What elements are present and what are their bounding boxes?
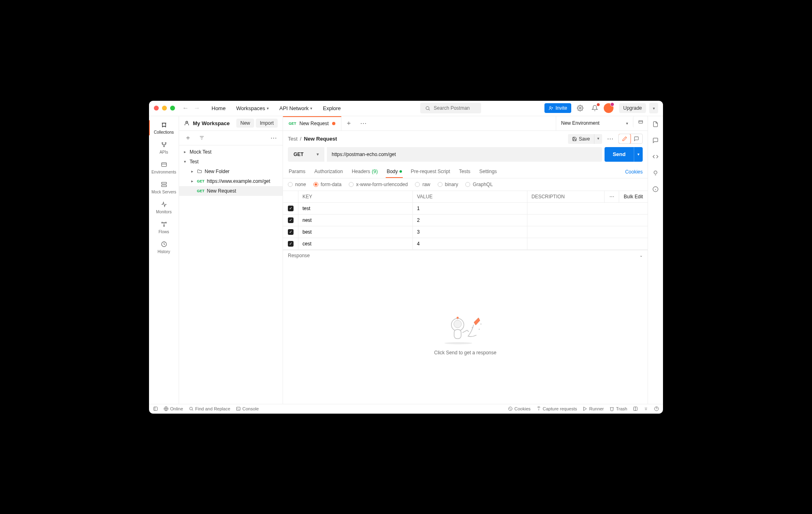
request-tab[interactable]: GET New Request <box>283 116 341 130</box>
row-checkbox[interactable]: ✓ <box>288 206 294 211</box>
layout-button[interactable] <box>153 406 158 411</box>
workspace-title[interactable]: My Workspace <box>184 120 230 126</box>
save-menu-button[interactable]: ▾ <box>594 134 602 144</box>
maximize-window-button[interactable] <box>170 106 175 111</box>
new-button[interactable]: New <box>236 119 254 128</box>
save-button[interactable]: Save <box>568 134 594 144</box>
row-key-input[interactable]: test <box>298 203 413 214</box>
rail-environments[interactable]: Environments <box>149 158 179 178</box>
rail-flows[interactable]: Flows <box>149 217 179 237</box>
send-button[interactable]: Send <box>605 147 634 162</box>
body-type-raw[interactable]: raw <box>415 182 430 187</box>
bulk-edit-button[interactable]: Bulk Edit <box>619 191 648 202</box>
row-description-input[interactable] <box>527 215 648 226</box>
nav-workspaces[interactable]: Workspaces▾ <box>233 104 272 113</box>
online-status[interactable]: Online <box>164 406 183 411</box>
info-button[interactable] <box>651 168 661 178</box>
tree-item[interactable]: GETNew Request <box>179 186 283 196</box>
settings-button[interactable] <box>574 102 586 114</box>
row-description-input[interactable] <box>527 226 648 238</box>
file-icon <box>652 121 659 127</box>
tab-more-button[interactable]: ⋯ <box>356 116 371 130</box>
row-checkbox[interactable]: ✓ <box>288 241 294 247</box>
send-menu-button[interactable]: ▾ <box>634 147 643 162</box>
rail-history[interactable]: History <box>149 237 179 257</box>
body-type-binary[interactable]: binary <box>438 182 458 187</box>
upgrade-button[interactable]: Upgrade <box>619 103 646 113</box>
console-button[interactable]: Console <box>236 406 259 411</box>
request-tab-authorization[interactable]: Authorization <box>313 166 343 178</box>
notifications-button[interactable] <box>589 102 600 114</box>
nav-home[interactable]: Home <box>208 104 229 113</box>
new-collection-button[interactable]: ＋ <box>182 132 194 143</box>
row-value-input[interactable]: 3 <box>413 226 527 238</box>
environment-selector[interactable]: New Environment ▾ <box>556 116 633 130</box>
rail-mock-servers[interactable]: Mock Servers <box>149 178 179 197</box>
url-input[interactable] <box>327 147 602 162</box>
tree-item[interactable]: ▸New Folder <box>179 167 283 176</box>
tree-item[interactable]: ▾Test <box>179 157 283 167</box>
forward-button[interactable]: → <box>194 104 200 112</box>
tree-item[interactable]: ▸Mock Test <box>179 147 283 157</box>
breadcrumb-parent[interactable]: Test <box>288 136 298 142</box>
body-type-GraphQL[interactable]: GraphQL <box>465 182 492 187</box>
row-value-input[interactable]: 1 <box>413 203 527 214</box>
documentation-button[interactable] <box>651 119 661 129</box>
status-cookies-button[interactable]: Cookies <box>508 406 531 411</box>
user-avatar[interactable] <box>604 103 613 113</box>
row-key-input[interactable]: nest <box>298 215 413 226</box>
back-button[interactable]: ← <box>182 104 189 112</box>
row-key-input[interactable]: cest <box>298 238 413 249</box>
help-button[interactable] <box>654 406 659 411</box>
import-button[interactable]: Import <box>256 119 278 128</box>
request-tab-headers[interactable]: Headers (9) <box>351 166 378 178</box>
row-key-input[interactable]: best <box>298 226 413 238</box>
code-button[interactable] <box>651 152 661 162</box>
tree-more-button[interactable]: ⋯ <box>268 132 279 143</box>
close-window-button[interactable] <box>154 106 159 111</box>
edit-mode-button[interactable] <box>618 134 631 144</box>
row-description-input[interactable] <box>527 203 648 214</box>
terminal-icon <box>236 406 241 411</box>
row-description-input[interactable] <box>527 238 648 249</box>
global-search[interactable]: Search Postman <box>420 103 481 113</box>
find-replace-button[interactable]: Find and Replace <box>189 406 230 411</box>
invite-button[interactable]: Invite <box>544 103 571 113</box>
trash-button[interactable]: Trash <box>609 406 627 411</box>
nav-api-network[interactable]: API Network▾ <box>276 104 315 113</box>
body-type-form-data[interactable]: form-data <box>313 182 341 187</box>
row-checkbox[interactable]: ✓ <box>288 217 294 223</box>
comment-mode-button[interactable] <box>631 134 642 143</box>
env-quicklook-button[interactable] <box>633 116 648 128</box>
related-button[interactable] <box>651 184 661 194</box>
runner-button[interactable]: Runner <box>583 406 604 411</box>
cookies-link[interactable]: Cookies <box>625 166 643 178</box>
row-value-input[interactable]: 2 <box>413 215 527 226</box>
request-tab-settings[interactable]: Settings <box>479 166 498 178</box>
method-selector[interactable]: GET ▾ <box>288 147 324 162</box>
nav-explore[interactable]: Explore <box>320 104 344 113</box>
capture-button[interactable]: Capture requests <box>536 406 577 411</box>
body-type-x-www-form-urlencoded[interactable]: x-www-form-urlencoded <box>349 182 408 187</box>
two-pane-button[interactable] <box>633 406 638 411</box>
request-tab-pre-request-script[interactable]: Pre-request Script <box>410 166 451 178</box>
rail-apis[interactable]: APIs <box>149 138 179 158</box>
new-tab-button[interactable]: ＋ <box>341 116 356 130</box>
chevron-down-icon[interactable]: ⌄ <box>639 253 643 258</box>
tree-item[interactable]: ▸GEThttps://www.example.com/get <box>179 176 283 186</box>
request-tab-params[interactable]: Params <box>288 166 306 178</box>
upgrade-menu[interactable]: ▾ <box>649 103 658 113</box>
expand-button[interactable] <box>644 406 648 411</box>
row-checkbox[interactable]: ✓ <box>288 229 294 235</box>
row-value-input[interactable]: 4 <box>413 238 527 249</box>
request-tab-body[interactable]: Body <box>386 166 402 178</box>
body-type-none[interactable]: none <box>288 182 306 187</box>
rail-monitors[interactable]: Monitors <box>149 197 179 217</box>
columns-menu-button[interactable]: ⋯ <box>605 191 619 202</box>
request-more-button[interactable]: ⋯ <box>605 133 616 145</box>
rail-collections[interactable]: Collections <box>149 118 179 138</box>
request-tab-tests[interactable]: Tests <box>458 166 471 178</box>
comments-button[interactable] <box>651 136 661 145</box>
minimize-window-button[interactable] <box>162 106 167 111</box>
filter-button[interactable] <box>196 132 207 143</box>
